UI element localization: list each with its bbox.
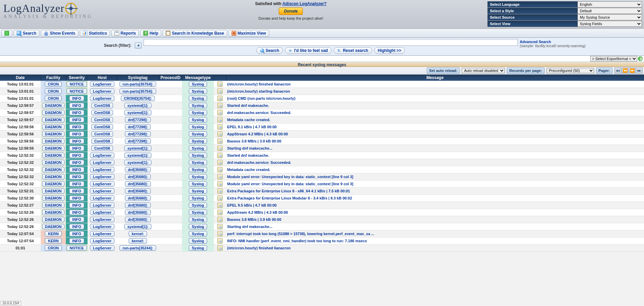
toolbar-searchkb-button[interactable]: Search in Knowledge Base [163, 30, 227, 37]
facility-pill[interactable]: DAEMON [42, 103, 65, 108]
detail-icon[interactable] [217, 160, 223, 165]
facility-pill[interactable]: DAEMON [42, 146, 65, 151]
logo-area[interactable]: LogAnalyzer ANALYSIS & REPORTING [1, 1, 95, 21]
facility-pill[interactable]: DAEMON [42, 181, 65, 187]
toolbar-help-button[interactable]: ?Help [140, 30, 161, 37]
mtype-pill[interactable]: Syslog [189, 245, 207, 251]
host-pill[interactable]: LogServer [90, 174, 114, 179]
mtype-pill[interactable]: Syslog [189, 103, 207, 108]
mtype-pill[interactable]: Syslog [189, 96, 207, 101]
tag-pill[interactable]: dnf[77298]: [125, 131, 151, 137]
tag-pill[interactable]: systemd[1]: [124, 153, 151, 158]
severity-pill[interactable]: INFO [69, 217, 84, 222]
mtype-pill[interactable]: Syslog [189, 117, 207, 122]
severity-pill[interactable]: INFO [69, 174, 84, 179]
host-pill[interactable]: LogServer [90, 203, 114, 208]
detail-icon[interactable] [217, 89, 223, 94]
toolbar-reports-button[interactable]: Reports [111, 30, 139, 37]
message-link[interactable]: Module yaml error: Unexpected key in dat… [227, 175, 353, 179]
detail-icon[interactable] [217, 195, 223, 201]
toolbar-search-button[interactable]: Search [14, 30, 39, 37]
col-header-5[interactable]: ProcessID [159, 75, 182, 81]
detail-icon[interactable] [217, 103, 223, 108]
severity-pill[interactable]: INFO [69, 153, 84, 158]
message-link[interactable]: Baseos 3.8 MB/s | 3.9 kB 00:00 [227, 139, 281, 143]
tag-pill[interactable]: systemd[1]: [124, 224, 151, 229]
detail-icon[interactable] [217, 117, 223, 122]
detail-icon[interactable] [217, 217, 223, 222]
mtype-pill[interactable]: Syslog [189, 131, 207, 137]
facility-pill[interactable]: DAEMON [42, 195, 65, 201]
tag-pill[interactable]: run-parts[35754]: [119, 81, 156, 87]
detail-icon[interactable] [217, 181, 223, 187]
severity-pill[interactable]: INFO [69, 231, 84, 236]
message-link[interactable]: dnf-makecache.service: Succeeded. [227, 160, 291, 165]
toolbar-maximize-button[interactable]: Maximize View [228, 30, 269, 37]
host-pill[interactable]: CentOS8 [91, 146, 113, 151]
host-pill[interactable]: CentOS8 [91, 131, 113, 137]
detail-icon[interactable] [217, 138, 223, 144]
detail-icon[interactable] [217, 153, 223, 158]
mtype-pill[interactable]: Syslog [189, 195, 207, 201]
facility-pill[interactable]: CRON [45, 245, 62, 251]
mtype-pill[interactable]: Syslog [189, 231, 207, 236]
message-link[interactable]: Starting dnf makecache... [227, 225, 272, 229]
mtype-pill[interactable]: Syslog [189, 81, 207, 87]
host-pill[interactable]: LogServer [90, 153, 114, 158]
tag-pill[interactable]: dnf[35680]: [125, 167, 151, 172]
detail-icon[interactable] [217, 110, 223, 115]
facility-pill[interactable]: CRON [45, 89, 62, 94]
col-header-3[interactable]: Host [88, 75, 117, 81]
severity-pill[interactable]: INFO [69, 117, 84, 122]
header-sel-2[interactable]: My Syslog Source [577, 14, 642, 20]
tag-pill[interactable]: dnf[77298]: [125, 117, 151, 122]
facility-pill[interactable]: DAEMON [42, 153, 65, 158]
tag-pill[interactable]: dnf[35680]: [125, 181, 151, 187]
donate-button[interactable]: Donate [279, 7, 303, 15]
mtype-pill[interactable]: Syslog [189, 174, 207, 179]
col-header-8[interactable]: Message [226, 75, 644, 81]
host-pill[interactable]: LogServer [90, 238, 114, 244]
tag-pill[interactable]: systemd[1]: [124, 160, 151, 165]
toolbar-refresh-button[interactable] [1, 30, 12, 37]
tag-pill[interactable]: dnf[35680]: [125, 210, 151, 215]
severity-pill[interactable]: INFO [69, 195, 84, 201]
message-link[interactable]: EPEL 9.1 kB/s | 4.7 kB 00:00 [227, 125, 277, 129]
severity-pill[interactable]: INFO [69, 96, 84, 101]
detail-icon[interactable] [217, 146, 223, 151]
host-pill[interactable]: CentOS8 [91, 110, 113, 115]
message-link[interactable]: dnf-makecache.service: Succeeded. [227, 111, 291, 115]
message-link[interactable]: Started dnf makecache. [227, 153, 269, 157]
message-link[interactable]: Started dnf makecache. [227, 103, 269, 108]
tag-pill[interactable]: dnf[35680]: [125, 195, 151, 201]
facility-pill[interactable]: KERN [45, 231, 61, 236]
rpp-select[interactable]: Preconfigured (50) [547, 68, 594, 73]
host-pill[interactable]: LogServer [90, 188, 114, 194]
col-header-0[interactable]: Date [0, 75, 41, 81]
detail-icon[interactable] [217, 174, 223, 179]
export-select[interactable]: > Select Exportformat < [590, 56, 637, 61]
search-input[interactable] [144, 39, 518, 46]
host-pill[interactable]: CentOS8 [91, 103, 113, 108]
detail-icon[interactable] [217, 224, 223, 229]
tag-pill[interactable]: run-parts[35244]: [119, 245, 156, 251]
message-link[interactable]: Metadata cache created. [227, 168, 270, 172]
col-header-6[interactable]: Messagetype [182, 75, 214, 81]
tag-pill[interactable]: dnf[35680]: [125, 174, 151, 179]
tag-pill[interactable]: dnf[77298]: [125, 138, 151, 144]
severity-pill[interactable]: INFO [69, 188, 84, 194]
col-header-1[interactable]: Facility [41, 75, 66, 81]
facility-pill[interactable]: DAEMON [42, 203, 65, 208]
severity-pill[interactable]: INFO [69, 210, 84, 215]
tag-pill[interactable]: dnf[35680]: [125, 203, 151, 208]
facility-pill[interactable]: DAEMON [42, 124, 65, 130]
detail-icon[interactable] [217, 124, 223, 130]
host-pill[interactable]: LogServer [90, 210, 114, 215]
header-sel-0[interactable]: English [577, 1, 642, 7]
message-link[interactable]: AppStream 4.2 MB/s | 4.3 kB 00:00 [227, 132, 288, 136]
facility-pill[interactable]: DAEMON [42, 217, 65, 222]
facility-pill[interactable]: CRON [45, 96, 62, 101]
mtype-pill[interactable]: Syslog [189, 146, 207, 151]
message-link[interactable]: Extra Packages for Enterprise Linux Modu… [227, 196, 352, 200]
detail-icon[interactable] [217, 238, 223, 244]
